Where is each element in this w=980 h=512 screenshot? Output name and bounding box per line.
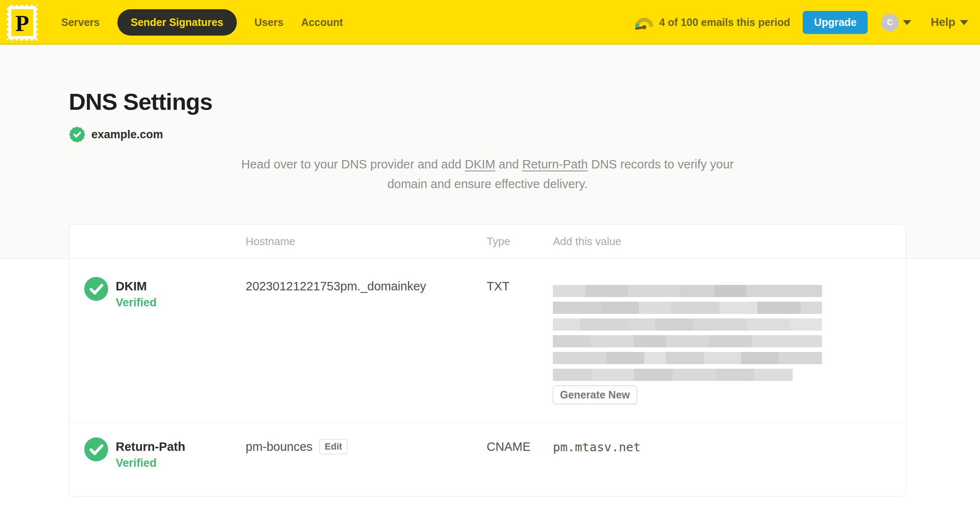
nav-item-servers[interactable]: Servers — [61, 16, 100, 28]
avatar[interactable]: C — [881, 14, 899, 31]
chevron-down-icon — [903, 20, 911, 25]
description-text: Head over to your DNS provider and add — [241, 158, 465, 171]
table-row-return-path: Return-Path Verified pm-bounces Edit CNA… — [69, 422, 906, 496]
dkim-link[interactable]: DKIM — [465, 158, 495, 171]
description: Head over to your DNS provider and add D… — [69, 155, 906, 194]
help-menu[interactable]: Help — [931, 16, 968, 29]
verified-domain: example.com — [69, 126, 980, 143]
app-window: P Servers Sender Signatures Users Accoun… — [0, 0, 980, 512]
verified-check-icon — [84, 277, 108, 301]
redacted-dkim-value — [553, 285, 822, 381]
top-navigation-bar: P Servers Sender Signatures Users Accoun… — [0, 0, 980, 45]
record-status-badge: Verified — [116, 296, 157, 309]
verified-seal-icon — [69, 126, 86, 143]
table-row-dkim: DKIM Verified 20230121221753pm._domainke… — [69, 259, 906, 422]
redacted-value-bar — [553, 369, 793, 381]
redacted-value-bar — [553, 302, 822, 314]
record-type: TXT — [487, 279, 553, 422]
description-text: and — [495, 158, 523, 171]
domain-name: example.com — [91, 128, 163, 141]
nav-item-users[interactable]: Users — [254, 16, 284, 28]
generate-new-button[interactable]: Generate New — [553, 385, 637, 404]
record-status-cell: DKIM Verified — [84, 279, 246, 422]
upgrade-button[interactable]: Upgrade — [803, 11, 868, 34]
redacted-value-bar — [553, 318, 822, 331]
account-menu[interactable]: C — [881, 14, 911, 31]
main-content: DNS Settings example.com Head over to yo… — [0, 45, 980, 512]
record-name: DKIM — [116, 279, 157, 293]
topbar-right-group: 4 of 100 emails this period Upgrade C He… — [635, 11, 968, 34]
record-status-badge: Verified — [116, 457, 185, 470]
hostname-text: 20230121221753pm._domainkey — [246, 279, 426, 293]
redacted-value-bar — [553, 352, 822, 364]
svg-text:P: P — [16, 11, 29, 36]
chevron-down-icon — [960, 20, 968, 25]
edit-button[interactable]: Edit — [319, 439, 348, 454]
usage-meter: 4 of 100 emails this period — [635, 16, 790, 30]
gauge-icon — [635, 16, 653, 30]
nav-item-account[interactable]: Account — [301, 16, 343, 28]
usage-count-text: 4 of 100 emails this period — [659, 16, 790, 28]
hostname-text: pm-bounces — [246, 440, 313, 454]
column-header-hostname: Hostname — [246, 235, 487, 248]
column-header-type: Type — [487, 235, 553, 248]
nav-item-sender-signatures[interactable]: Sender Signatures — [117, 9, 237, 36]
record-name: Return-Path — [116, 440, 185, 453]
cname-value: pm.mtasv.net — [553, 440, 641, 454]
dns-records-card: Hostname Type Add this value DKIM Verifi… — [69, 224, 906, 496]
page-title: DNS Settings — [69, 45, 980, 115]
record-value-cell: pm.mtasv.net — [553, 440, 891, 496]
record-hostname: 20230121221753pm._domainkey — [246, 279, 487, 422]
record-hostname: pm-bounces Edit — [246, 440, 487, 496]
postmark-logo[interactable]: P — [7, 5, 38, 41]
verified-check-icon — [84, 437, 108, 461]
table-header-row: Hostname Type Add this value — [69, 225, 906, 259]
record-status-cell: Return-Path Verified — [84, 440, 246, 496]
primary-nav: Servers Sender Signatures Users Account — [61, 9, 343, 36]
stamp-logo-icon: P — [7, 5, 38, 41]
help-label: Help — [931, 16, 955, 29]
redacted-value-bar — [553, 335, 822, 347]
column-header-value: Add this value — [553, 235, 891, 248]
record-type: CNAME — [487, 440, 553, 496]
redacted-value-bar — [553, 285, 822, 297]
return-path-link[interactable]: Return-Path — [522, 158, 588, 171]
record-value-cell: Generate New — [553, 279, 891, 422]
